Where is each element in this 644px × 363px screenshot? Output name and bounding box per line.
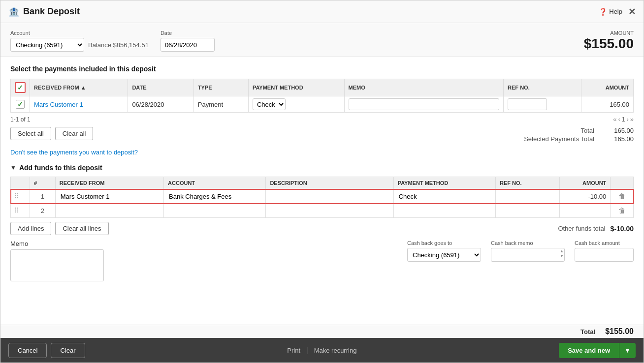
- col-payment-method: PAYMENT METHOD: [248, 79, 344, 96]
- desc-input-1[interactable]: [269, 192, 390, 201]
- col-type: TYPE: [193, 79, 248, 96]
- bank-deposit-icon: 🏦: [8, 6, 19, 17]
- cash-back-memo-input[interactable]: [491, 248, 565, 262]
- row-delete-1: 🗑: [611, 189, 634, 204]
- drag-handle-icon[interactable]: ⠿: [14, 192, 19, 200]
- account-select[interactable]: Checking (6591): [10, 38, 84, 52]
- row-checkbox[interactable]: ✓: [16, 100, 25, 109]
- pagination-last[interactable]: »: [630, 116, 634, 123]
- desc-input-2[interactable]: [269, 206, 390, 215]
- date-input[interactable]: [161, 38, 215, 52]
- customer-link[interactable]: Mars Customer 1: [34, 101, 83, 108]
- received-from-input-2[interactable]: [59, 206, 161, 215]
- ref-input[interactable]: [508, 98, 547, 110]
- footer-left: Cancel Clear: [8, 343, 85, 358]
- cancel-button[interactable]: Cancel: [8, 343, 47, 358]
- drag-handle-cell-2: ⠿: [11, 204, 30, 218]
- other-funds-total-value: $-10.00: [611, 225, 634, 233]
- pm-input-2[interactable]: [397, 206, 492, 215]
- help-circle-icon: ❓: [599, 8, 607, 16]
- pagination-totals-row: 1-1 of 1 « ‹ 1 › »: [10, 116, 634, 123]
- col-num-header: #: [30, 177, 55, 189]
- col-date: DATE: [128, 79, 193, 96]
- row-pm-1: [393, 189, 495, 204]
- add-funds-section: ▼ Add funds to this deposit # RECEIVED F…: [10, 164, 634, 283]
- payment-method-select[interactable]: Check: [253, 98, 286, 110]
- account-input-2[interactable]: [167, 206, 262, 215]
- select-all-button[interactable]: Select all: [10, 127, 51, 140]
- save-and-new-button[interactable]: Save and new: [559, 343, 619, 358]
- row-account-2: [164, 204, 266, 218]
- funds-actions-row: Add lines Clear all lines Other funds to…: [10, 222, 634, 235]
- row-pm-2: [393, 204, 495, 218]
- print-link[interactable]: Print: [281, 347, 306, 354]
- date-label: Date: [161, 30, 215, 36]
- selected-payments-value: 165.00: [604, 135, 634, 143]
- top-fields: Account Checking (6591) Balance $856,154…: [10, 30, 215, 52]
- col-drag-header: [11, 177, 30, 189]
- row-num-1: 1: [30, 189, 55, 204]
- cash-back-memo-group: Cash back memo ▲ ▼: [491, 240, 565, 262]
- account-input-1[interactable]: [167, 192, 262, 201]
- col-account-header: ACCOUNT: [164, 177, 266, 189]
- row-amount-2: [559, 204, 611, 218]
- clear-button[interactable]: Clear: [51, 343, 85, 358]
- payments-section-title: Select the payments included in this dep…: [10, 65, 634, 73]
- received-from-input-1[interactable]: [59, 192, 161, 201]
- save-dropdown-button[interactable]: ▼: [619, 343, 636, 358]
- memo-section: Memo Cash back goes to Checking (6591) C…: [10, 240, 634, 283]
- pagination-right[interactable]: ›: [626, 116, 628, 123]
- drag-handle-icon-2[interactable]: ⠿: [14, 207, 19, 214]
- spinner-up-button[interactable]: ▲: [560, 249, 564, 254]
- col-delete-header: [611, 177, 634, 189]
- cash-back-amount-group: Cash back amount: [575, 240, 634, 262]
- collapse-arrow[interactable]: ▼: [10, 164, 16, 171]
- total-value: 165.00: [604, 127, 634, 134]
- bottom-total-row: Total $155.00: [0, 325, 644, 338]
- add-funds-title: Add funds to this deposit: [19, 164, 102, 172]
- memo-input[interactable]: [349, 98, 500, 110]
- row-type: Payment: [193, 96, 248, 113]
- ref-input-2[interactable]: [499, 206, 556, 215]
- selected-payments-label: Selected Payments Total: [524, 135, 594, 143]
- pm-input-1[interactable]: [397, 192, 492, 201]
- bottom-total-label: Total: [580, 328, 595, 335]
- header-left: 🏦 Bank Deposit: [8, 6, 80, 17]
- amount-block: AMOUNT $155.00: [584, 30, 634, 52]
- amount-value: $155.00: [584, 36, 634, 52]
- pagination-text: 1-1 of 1: [10, 116, 31, 123]
- other-funds-total-row: Other funds total $-10.00: [558, 225, 634, 233]
- footer-center: Print | Make recurring: [281, 346, 362, 354]
- cash-back-section: Cash back goes to Checking (6591) Cash b…: [407, 240, 634, 262]
- header-right: ❓ Help ✕: [599, 7, 636, 16]
- row-desc-2: [266, 204, 393, 218]
- cash-back-amount-input[interactable]: [575, 248, 634, 262]
- cash-back-goes-to-select[interactable]: Checking (6591): [407, 248, 481, 262]
- spinner-down-button[interactable]: ▼: [560, 254, 564, 259]
- funds-actions: Add lines Clear all lines: [10, 222, 109, 235]
- close-button[interactable]: ✕: [628, 7, 636, 16]
- row-ref-no: [504, 96, 581, 113]
- bank-deposit-modal: 🏦 Bank Deposit ❓ Help ✕ Account Checking…: [0, 0, 644, 363]
- pagination-prev[interactable]: «: [613, 116, 616, 123]
- clear-all-lines-button[interactable]: Clear all lines: [55, 222, 108, 235]
- add-lines-button[interactable]: Add lines: [10, 222, 51, 235]
- delete-row-1-button[interactable]: 🗑: [617, 191, 626, 201]
- ref-input-1[interactable]: [499, 192, 556, 201]
- balance-text: Balance $856,154.51: [88, 41, 149, 49]
- row-received-1: [55, 189, 163, 204]
- table-row: ✓ Mars Customer 1 06/28/2020 Payment Che…: [11, 96, 634, 113]
- clear-all-button[interactable]: Clear all: [55, 127, 94, 140]
- payment-actions: Select all Clear all: [10, 127, 93, 140]
- help-button[interactable]: ❓ Help: [599, 8, 622, 16]
- pagination-left[interactable]: ‹: [618, 116, 620, 123]
- delete-row-2-button[interactable]: 🗑: [617, 206, 626, 215]
- col-pm-header: PAYMENT METHOD: [393, 177, 495, 189]
- memo-textarea[interactable]: [10, 249, 104, 281]
- col-amount-header: AMOUNT: [559, 177, 611, 189]
- account-field-group: Account Checking (6591) Balance $856,154…: [10, 30, 149, 52]
- header-checkbox[interactable]: ✓: [15, 82, 26, 93]
- dont-see-payments-link[interactable]: Don't see the payments you want to depos…: [10, 149, 138, 156]
- row-delete-2: 🗑: [611, 204, 634, 218]
- make-recurring-link[interactable]: Make recurring: [308, 347, 363, 354]
